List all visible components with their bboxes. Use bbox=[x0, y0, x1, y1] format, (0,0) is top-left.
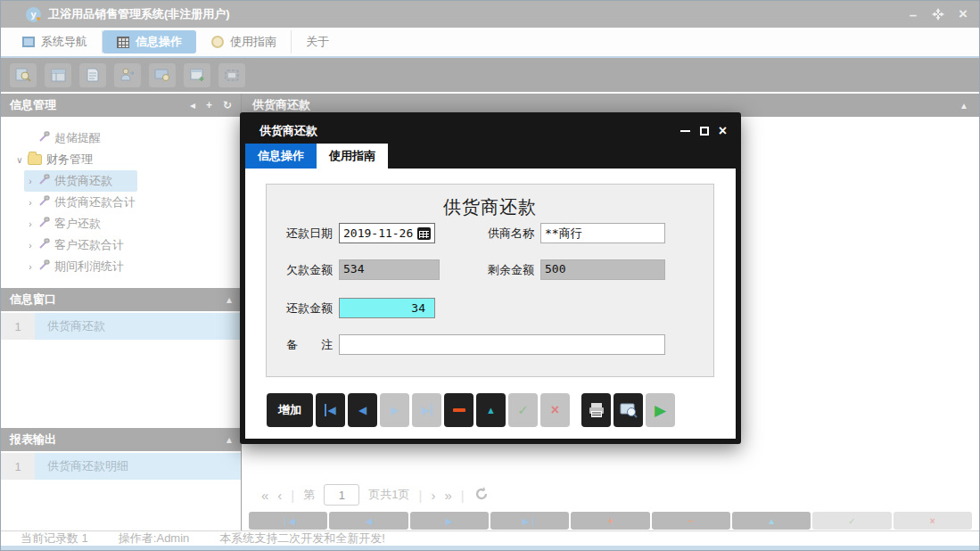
nav-tree: 超储提醒 ∨ 财务管理 › 供货商还款 › 供货商 bbox=[1, 117, 241, 288]
confirm-button[interactable]: ✓ bbox=[508, 393, 538, 427]
tool-icon bbox=[38, 195, 50, 210]
remark-field[interactable] bbox=[339, 334, 665, 355]
panel-title: 信息窗口 bbox=[10, 292, 56, 308]
search-document-icon[interactable] bbox=[10, 63, 37, 87]
supplier-name-label: 供商名称 bbox=[488, 226, 534, 242]
dialog-tab-user-guide[interactable]: 使用指南 bbox=[317, 144, 388, 169]
page-last-button[interactable]: » bbox=[444, 488, 451, 503]
tree-item-period-profit[interactable]: › 期间利润统计 bbox=[1, 256, 241, 277]
dialog-minimize-button[interactable] bbox=[680, 130, 690, 132]
tree-item-overstock[interactable]: 超储提醒 bbox=[1, 127, 241, 149]
list-item[interactable]: 1 供货商还款明细 bbox=[1, 453, 241, 480]
close-button[interactable]: × bbox=[956, 7, 970, 21]
supplier-repayment-dialog: 供货商还款 × 信息操作 使用指南 供货商还款 还款日期 2019-11-26 bbox=[240, 112, 741, 444]
document-icon[interactable] bbox=[79, 63, 106, 87]
tree-label: 财务管理 bbox=[46, 152, 93, 168]
list-item[interactable]: 1 供货商还款 bbox=[1, 313, 241, 340]
table-view-icon[interactable] bbox=[45, 63, 71, 87]
print-button[interactable] bbox=[581, 393, 611, 427]
app-window: y 卫浴用品销售管理系统(非注册用户) – × 系统导航 信息操作 使用指南 关… bbox=[0, 0, 980, 551]
collapse-up-icon[interactable]: ▲ bbox=[959, 101, 968, 111]
add-button[interactable]: 增加 bbox=[267, 393, 313, 427]
run-button[interactable]: ▶ bbox=[646, 393, 675, 427]
print-preview-button[interactable] bbox=[614, 393, 643, 427]
tool-icon bbox=[38, 259, 50, 274]
calendar-icon[interactable] bbox=[417, 227, 431, 240]
debt-amount-field: 534 bbox=[339, 259, 440, 280]
record-last-button[interactable]: ▶❘ bbox=[490, 512, 569, 530]
nav-last-button[interactable]: ▶ bbox=[412, 393, 441, 427]
supplier-name-input[interactable] bbox=[545, 224, 661, 243]
dialog-titlebar: 供货商还款 × bbox=[245, 118, 736, 144]
collapse-up-button[interactable]: ▲ bbox=[476, 393, 506, 427]
record-collapse-button[interactable]: ▲ bbox=[732, 512, 811, 530]
page-next-button[interactable]: › bbox=[431, 488, 435, 503]
chevron-right-icon[interactable]: › bbox=[24, 177, 37, 186]
tool-icon bbox=[38, 217, 50, 231]
tree-item-customer-repay-total[interactable]: › 客户还款合计 bbox=[1, 234, 241, 256]
dialog-maximize-button[interactable] bbox=[700, 127, 709, 136]
tree-item-customer-repay[interactable]: › 客户还款 bbox=[1, 213, 241, 234]
record-first-button[interactable]: ❘◀ bbox=[249, 512, 327, 530]
restore-button[interactable] bbox=[931, 7, 945, 21]
page-prev-button[interactable]: ‹ bbox=[277, 488, 282, 503]
nav-first-button[interactable]: ◀ bbox=[316, 393, 345, 427]
chevron-right-icon[interactable]: › bbox=[24, 219, 37, 229]
tree-item-supplier-repay[interactable]: › 供货商还款 bbox=[1, 170, 241, 192]
record-add-button[interactable]: + bbox=[571, 512, 649, 530]
section-title: 供货商还款 bbox=[252, 97, 310, 113]
dialog-tab-info-operation[interactable]: 信息操作 bbox=[245, 144, 317, 169]
record-prev-button[interactable]: ◀ bbox=[329, 512, 408, 530]
window-bottom-edge bbox=[1, 546, 979, 550]
tab-label: 信息操作 bbox=[136, 34, 182, 50]
sidebar: 信息管理 ◂ + ↻ 超储提醒 ∨ 财务管理 bbox=[1, 94, 242, 531]
repay-amount-value: 34 bbox=[411, 301, 425, 315]
collapse-up-icon[interactable]: ▴ bbox=[226, 433, 232, 446]
remaining-amount-label: 剩余金额 bbox=[488, 262, 534, 278]
nav-next-button[interactable]: ▶ bbox=[380, 393, 409, 427]
delete-button[interactable] bbox=[444, 393, 474, 427]
tree-label: 客户还款 bbox=[54, 216, 101, 232]
panel-reports-header: 报表输出 ▴ bbox=[1, 428, 241, 451]
record-next-button[interactable]: ▶ bbox=[410, 512, 489, 530]
form-heading: 供货商还款 bbox=[267, 195, 713, 219]
collapse-left-icon[interactable]: ◂ bbox=[190, 99, 195, 111]
record-count: 当前记录数 1 bbox=[21, 530, 88, 547]
tab-about[interactable]: 关于 bbox=[292, 30, 343, 53]
tab-system-nav[interactable]: 系统导航 bbox=[8, 30, 103, 53]
chevron-right-icon[interactable]: › bbox=[24, 198, 37, 208]
chevron-down-icon[interactable]: ∨ bbox=[13, 155, 26, 165]
refresh-icon[interactable] bbox=[474, 486, 490, 505]
window-title: 卫浴用品销售管理系统(非注册用户) bbox=[48, 6, 230, 22]
page-first-button[interactable]: « bbox=[261, 488, 268, 503]
window-add-icon[interactable] bbox=[184, 63, 210, 87]
repay-amount-field[interactable]: 34 bbox=[339, 298, 435, 318]
panel-windows-header: 信息窗口 ▴ bbox=[1, 288, 241, 311]
frame-select-icon[interactable] bbox=[218, 63, 245, 87]
add-icon[interactable]: + bbox=[206, 99, 212, 111]
status-note: 本系统支持二次开发和全新开发! bbox=[219, 530, 385, 547]
tab-user-guide[interactable]: 使用指南 bbox=[197, 30, 292, 53]
collapse-up-icon[interactable]: ▴ bbox=[226, 293, 232, 306]
pagination-bar: « ‹ | 第 页共1页 | › » | bbox=[242, 480, 979, 510]
user-query-icon[interactable] bbox=[114, 63, 141, 87]
supplier-name-field[interactable] bbox=[540, 223, 665, 243]
tab-info-operation[interactable]: 信息操作 bbox=[103, 30, 196, 53]
repay-date-field[interactable]: 2019-11-26 bbox=[339, 223, 435, 243]
minimize-button[interactable]: – bbox=[906, 7, 920, 21]
nav-prev-button[interactable]: ◀ bbox=[348, 393, 377, 427]
record-remove-button[interactable]: − bbox=[652, 512, 730, 530]
remark-input[interactable] bbox=[343, 335, 661, 354]
tree-label: 超储提醒 bbox=[54, 130, 101, 146]
tree-item-supplier-repay-total[interactable]: › 供货商还款合计 bbox=[1, 192, 241, 213]
chevron-right-icon[interactable]: › bbox=[24, 262, 37, 272]
page-number-input[interactable] bbox=[324, 484, 359, 506]
chevron-right-icon[interactable]: › bbox=[24, 241, 37, 251]
screen-icon[interactable] bbox=[149, 63, 176, 87]
dialog-close-button[interactable]: × bbox=[719, 124, 727, 138]
tree-folder-finance[interactable]: ∨ 财务管理 bbox=[1, 149, 241, 170]
record-cancel-button[interactable]: × bbox=[894, 512, 972, 530]
refresh-icon[interactable]: ↻ bbox=[223, 99, 232, 111]
record-confirm-button[interactable]: ✓ bbox=[812, 512, 891, 530]
cancel-button[interactable]: × bbox=[540, 393, 570, 427]
